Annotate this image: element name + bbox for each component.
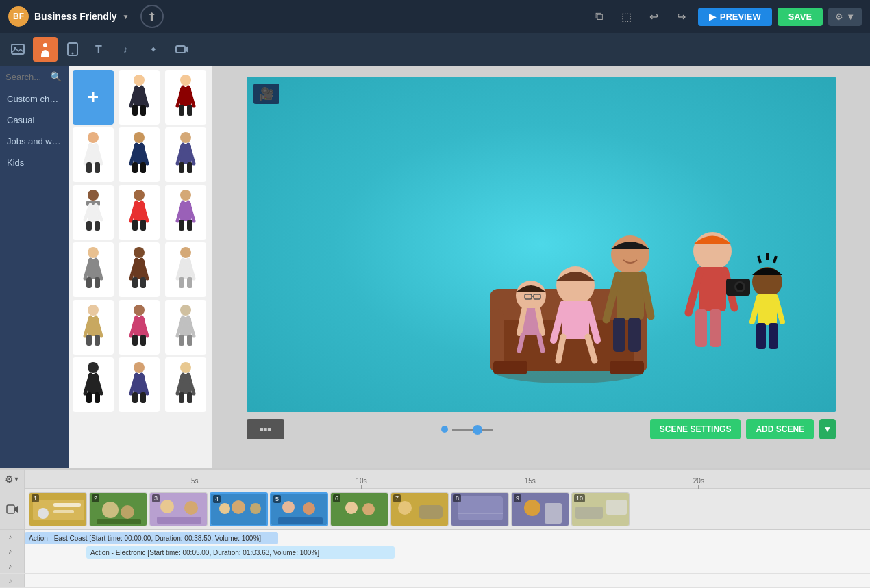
character-cell[interactable] bbox=[165, 185, 206, 240]
svg-text:♪: ♪ bbox=[8, 576, 12, 585]
character-cell[interactable] bbox=[165, 242, 206, 297]
audio-track-content-4[interactable] bbox=[25, 574, 870, 587]
svg-point-71 bbox=[134, 362, 145, 373]
svg-point-185 bbox=[398, 501, 412, 515]
save-button[interactable]: SAVE bbox=[778, 8, 823, 26]
svg-text:♪: ♪ bbox=[8, 547, 12, 555]
svg-line-124 bbox=[774, 256, 776, 263]
mini-scene-thumb[interactable]: ■■■ bbox=[247, 419, 284, 439]
scene-thumb-3[interactable]: 3 bbox=[149, 492, 208, 526]
settings-button[interactable]: ⚙ ▼ bbox=[828, 8, 862, 26]
character-cell[interactable] bbox=[73, 185, 114, 240]
svg-rect-112 bbox=[710, 309, 721, 347]
svg-point-183 bbox=[362, 503, 375, 515]
character-cell[interactable] bbox=[119, 357, 160, 412]
character-cell[interactable] bbox=[165, 300, 206, 355]
scene-thumb-9[interactable]: 9 bbox=[511, 492, 569, 526]
undo-btn[interactable]: ↩ bbox=[643, 5, 665, 27]
canvas-controls: ■■■ SCENE SETTINGS ADD SCENE ▼ bbox=[247, 419, 836, 439]
brand-dropdown-icon[interactable]: ▼ bbox=[123, 13, 129, 21]
add-character-button[interactable]: + bbox=[73, 70, 114, 125]
audio-icon-1: ♪ bbox=[0, 530, 25, 544]
preview-button[interactable]: ▶ PREVIEW bbox=[698, 8, 772, 26]
sidebar-item-casual[interactable]: Casual bbox=[0, 110, 69, 131]
scene-thumb-1[interactable]: 1 bbox=[29, 492, 87, 526]
character-cell[interactable] bbox=[119, 70, 160, 125]
character-cell[interactable] bbox=[165, 127, 206, 182]
scene-thumb-10[interactable]: 10 bbox=[571, 492, 630, 526]
audio-track-content-1[interactable]: Action - East Coast [Start time: 00:00.0… bbox=[25, 530, 870, 544]
character-cell[interactable] bbox=[165, 357, 206, 412]
music-tool[interactable]: ♪ bbox=[115, 37, 140, 62]
redo-btn[interactable]: ↪ bbox=[671, 5, 693, 27]
svg-rect-158 bbox=[7, 505, 14, 513]
svg-rect-65 bbox=[179, 335, 184, 346]
svg-rect-69 bbox=[86, 392, 92, 403]
character-cell[interactable] bbox=[73, 300, 114, 355]
scene-settings-button[interactable]: SCENE SETTINGS bbox=[650, 419, 741, 439]
scene-thumb-7[interactable]: 7 bbox=[390, 492, 449, 526]
audio-icon-2: ♪ bbox=[0, 544, 25, 558]
gear-icon-timeline: ⚙ bbox=[5, 474, 14, 485]
tablet-tool[interactable] bbox=[60, 37, 85, 62]
svg-point-167 bbox=[121, 505, 134, 519]
scene-thumb-8[interactable]: 8 bbox=[451, 492, 509, 526]
upload-button[interactable]: ⬆ bbox=[140, 5, 164, 28]
search-icon[interactable]: 🔍 bbox=[50, 71, 62, 82]
audio-bar-1[interactable]: Action - East Coast [Start time: 00:00.0… bbox=[25, 532, 278, 544]
sidebar-item-kids[interactable]: Kids bbox=[0, 152, 69, 173]
timeline-gear-button[interactable]: ⚙ ▼ bbox=[0, 470, 25, 489]
effects-tool[interactable]: ✦ bbox=[142, 37, 167, 62]
scene-thumb-2[interactable]: 2 bbox=[89, 492, 147, 526]
scene-thumb-5[interactable]: 5 bbox=[270, 492, 328, 526]
svg-point-182 bbox=[345, 502, 358, 514]
video-tool[interactable] bbox=[170, 37, 195, 62]
character-cell[interactable] bbox=[165, 70, 206, 125]
sidebar-item-jobs[interactable]: Jobs and wor... bbox=[0, 131, 69, 152]
image-tool[interactable] bbox=[5, 37, 30, 62]
character-cell[interactable] bbox=[73, 242, 114, 297]
character-tool[interactable] bbox=[33, 37, 58, 62]
svg-point-115 bbox=[736, 283, 743, 290]
copy-tool-btn[interactable]: ⧉ bbox=[588, 5, 610, 27]
zoom-slider[interactable] bbox=[452, 429, 493, 431]
add-scene-dropdown-button[interactable]: ▼ bbox=[819, 419, 836, 439]
character-cell[interactable] bbox=[73, 127, 114, 182]
character-cell[interactable] bbox=[73, 357, 114, 412]
audio-row-4: ♪ bbox=[0, 574, 870, 588]
search-input[interactable] bbox=[5, 72, 50, 82]
sidebar-item-custom[interactable]: Custom char... bbox=[0, 88, 69, 110]
gear-dropdown-icon: ▼ bbox=[14, 476, 20, 483]
svg-rect-163 bbox=[53, 503, 81, 507]
character-cell[interactable] bbox=[119, 185, 160, 240]
paste-tool-btn[interactable]: ⬚ bbox=[616, 5, 638, 27]
svg-rect-180 bbox=[278, 517, 323, 524]
audio-bar-2[interactable]: Action - Electronic [Start time: 00:05.0… bbox=[86, 546, 395, 558]
character-cell[interactable] bbox=[119, 300, 160, 355]
svg-rect-53 bbox=[179, 277, 184, 288]
svg-point-59 bbox=[134, 305, 145, 316]
svg-rect-13 bbox=[140, 105, 146, 116]
audio-track-content-2[interactable]: Action - Electronic [Start time: 00:05.0… bbox=[25, 544, 870, 558]
audio-track-content-3[interactable] bbox=[25, 559, 870, 573]
scene-thumb-6[interactable]: 6 bbox=[330, 492, 388, 526]
svg-point-30 bbox=[88, 190, 99, 201]
text-tool[interactable]: T bbox=[88, 37, 112, 62]
canvas-stage[interactable]: 🎥 bbox=[247, 77, 836, 412]
svg-line-90 bbox=[519, 335, 523, 350]
character-cell[interactable] bbox=[119, 242, 160, 297]
add-scene-button[interactable]: ADD SCENE bbox=[746, 419, 814, 439]
ruler-15s: 15s bbox=[525, 477, 536, 489]
svg-point-67 bbox=[88, 362, 99, 373]
svg-point-174 bbox=[219, 503, 230, 514]
main-content: 🔍 Custom char... Casual Jobs and wor... … bbox=[0, 66, 870, 468]
sidebar-menu: Custom char... Casual Jobs and wor... Ki… bbox=[0, 88, 69, 173]
scene-thumb-4[interactable]: 4 bbox=[210, 492, 268, 526]
zoom-handle[interactable] bbox=[473, 425, 482, 435]
character-cell[interactable] bbox=[119, 127, 160, 182]
scene-num-4: 4 bbox=[213, 495, 221, 503]
svg-text:✦: ✦ bbox=[149, 44, 158, 55]
audio-icon-3: ♪ bbox=[0, 559, 25, 573]
svg-point-170 bbox=[160, 500, 174, 513]
svg-rect-120 bbox=[756, 323, 766, 349]
